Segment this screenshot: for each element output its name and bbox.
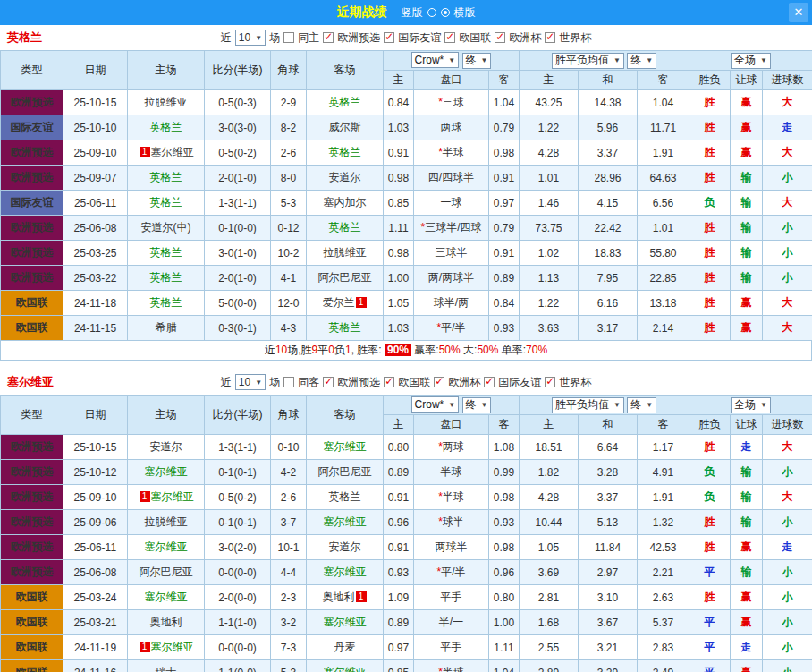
scope-group-header: 全场▼ (689, 51, 812, 71)
home-odds-cell: 1.03 (384, 316, 414, 341)
summary-segment: 70% (526, 344, 547, 356)
filter-checkbox[interactable] (384, 32, 394, 43)
radio-horizontal[interactable] (441, 8, 450, 17)
let-result-cell: 赢 (731, 535, 763, 560)
let-result-cell: 赢 (731, 115, 763, 140)
handicap-cell: 一球 (414, 191, 489, 216)
match-row: 欧洲预选25-03-22英格兰2-0(1-0)4-1阿尔巴尼亚1.00两/两球半… (1, 266, 812, 291)
away-team-cell: 塞尔维亚 (307, 510, 384, 535)
away-team-cell: 塞尔维亚 (307, 435, 384, 460)
filter-checkbox[interactable] (484, 377, 495, 387)
avg-draw-cell: 3.17 (579, 316, 638, 341)
chevron-down-icon: ▼ (760, 401, 767, 409)
select-value: 10 (239, 376, 250, 388)
avg-final-select[interactable]: 终▼ (627, 53, 656, 69)
match-count-select[interactable]: 10▼ (235, 374, 266, 390)
away-team-cell: 安道尔 (307, 535, 384, 560)
home-team-cell: 1塞尔维亚 (128, 485, 205, 510)
filter-checkbox[interactable] (283, 32, 294, 43)
home-team-cell: 英格兰 (128, 266, 205, 291)
let-result-cell: 输 (731, 266, 763, 291)
league-cell: 欧国联 (1, 635, 63, 660)
match-row: 国际友谊25-10-10英格兰3-0(3-0)8-2威尔斯1.03两球0.791… (1, 115, 812, 140)
avg-group-header: 胜平负均值▼ 终▼ (520, 396, 689, 415)
scope-select[interactable]: 全场▼ (731, 53, 771, 69)
league-cell: 欧国联 (1, 316, 63, 341)
scope-select[interactable]: 全场▼ (731, 397, 771, 413)
handicap-cell: 半球 (414, 460, 489, 485)
avg-home-cell: 1.05 (520, 535, 579, 560)
filter-league-label: 世界杯 (559, 30, 591, 46)
team-name-text: 英格兰 (150, 246, 182, 259)
handicap-cell: 两/两球半 (414, 266, 489, 291)
away-odds-cell: 0.99 (489, 460, 520, 485)
avg-final-select[interactable]: 终▼ (627, 397, 656, 413)
col-header-result: 胜负 (689, 415, 731, 435)
rank-badge: 1 (140, 491, 150, 502)
odds-final-select[interactable]: 终▼ (462, 53, 492, 69)
league-cell: 欧洲预选 (1, 435, 63, 460)
odds-final-select[interactable]: 终▼ (462, 397, 492, 413)
score-cell: 0-0(0-0) (205, 635, 271, 660)
avg-type-select[interactable]: 胜平负均值▼ (552, 53, 624, 69)
team-name-text: 拉脱维亚 (145, 96, 188, 108)
filter-checkbox[interactable] (323, 32, 334, 43)
score-cell: 2-0(1-0) (205, 266, 271, 291)
result-cell: 胜 (689, 90, 731, 115)
chevron-down-icon: ▼ (760, 56, 767, 64)
avg-home-cell: 1.68 (520, 610, 579, 635)
odds-company-select[interactable]: Crow*▼ (411, 52, 460, 68)
filter-checkbox[interactable] (495, 32, 505, 43)
away-team-cell: 丹麦 (307, 635, 384, 660)
corner-cell: 4-3 (271, 316, 307, 341)
avg-home-cell: 2.81 (520, 585, 579, 610)
filter-checkbox[interactable] (545, 377, 555, 387)
league-cell: 欧国联 (1, 610, 63, 635)
handicap-cell: 半/一 (414, 610, 489, 635)
avg-draw-cell: 18.83 (579, 241, 638, 266)
filter-checkbox[interactable] (323, 377, 334, 387)
filter-checkbox[interactable] (283, 377, 294, 387)
corner-cell: 2-6 (271, 485, 307, 510)
team-name-text: 阿尔巴尼亚 (318, 271, 372, 284)
home-odds-cell: 0.98 (384, 166, 414, 191)
corner-cell: 8-0 (271, 166, 307, 191)
filter-same-label: 同主 (298, 30, 319, 46)
away-team-cell: 爱尔兰1 (307, 291, 384, 316)
home-team-cell: 塞尔维亚 (128, 460, 205, 485)
close-icon[interactable]: ✕ (789, 3, 808, 22)
home-team-cell: 塞尔维亚 (128, 585, 205, 610)
score-cell: 2-0(1-0) (205, 166, 271, 191)
handicap-text: 半球 (443, 666, 464, 672)
avg-type-select[interactable]: 胜平负均值▼ (552, 397, 624, 413)
match-row: 欧洲预选25-09-06拉脱维亚0-1(0-1)3-7塞尔维亚0.96*球半0.… (1, 510, 812, 535)
result-cell: 负 (689, 460, 731, 485)
league-cell: 欧洲预选 (1, 560, 63, 585)
home-team-cell: 1塞尔维亚 (128, 140, 205, 166)
filter-checkbox[interactable] (545, 32, 555, 43)
avg-home-cell: 1.13 (520, 266, 579, 291)
team-name-text: 塞尔维亚 (324, 566, 367, 578)
filter-checkbox[interactable] (384, 377, 394, 387)
team-name-text: 塞尔维亚 (324, 440, 367, 453)
avg-away-cell: 55.80 (638, 241, 689, 266)
odds-company-select[interactable]: Crow*▼ (411, 396, 460, 413)
col-header-avg-away: 客 (638, 71, 689, 90)
home-team-cell: 瑞士 (128, 660, 205, 672)
result-cell: 胜 (689, 140, 731, 166)
team-name-text: 安道尔 (329, 171, 361, 183)
goals-result-cell: 大 (763, 90, 812, 115)
col-header-handicap: 盘口 (414, 415, 489, 435)
filter-checkbox[interactable] (444, 32, 455, 43)
score-cell: 0-5(0-3) (205, 90, 271, 115)
summary-segment: 10 (275, 344, 287, 356)
filter-checkbox[interactable] (434, 377, 444, 387)
away-team-cell: 英格兰 (307, 216, 384, 241)
match-count-select[interactable]: 10▼ (235, 30, 266, 46)
goals-result-cell: 小 (763, 585, 812, 610)
rank-badge: 1 (356, 591, 367, 602)
home-team-cell: 拉脱维亚 (128, 510, 205, 535)
avg-away-cell: 64.63 (638, 166, 689, 191)
result-cell: 胜 (689, 316, 731, 341)
radio-vertical[interactable] (427, 8, 436, 17)
